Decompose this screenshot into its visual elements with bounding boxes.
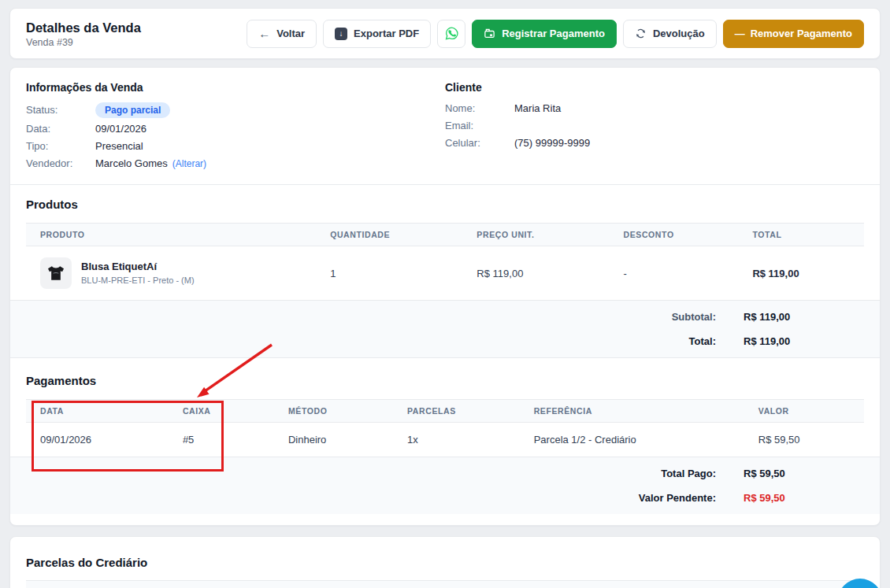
customer-name-row: Nome: Maria Rita (445, 102, 864, 115)
subtotal-value: R$ 119,00 (744, 311, 856, 323)
arrow-left-icon: ← (258, 28, 270, 39)
subtotal-label: Subtotal: (672, 311, 716, 323)
payment-installments: 1x (393, 423, 520, 457)
product-thumbnail (40, 257, 72, 289)
total-value: R$ 119,00 (744, 335, 856, 347)
sale-number: Venda #39 (26, 37, 141, 48)
product-total: R$ 119,00 (738, 246, 864, 301)
total-row: Total: R$ 119,00 (10, 329, 880, 353)
product-row: Blusa EtiquetAí BLU-M-PRE-ETI - Preto - … (26, 246, 864, 301)
customer-name-value: Maria Rita (514, 102, 561, 115)
export-pdf-label: Exportar PDF (354, 28, 419, 39)
product-discount: - (610, 246, 739, 301)
date-value: 09/01/2026 (95, 123, 146, 135)
payment-reference: Parcela 1/2 - Crediário (520, 423, 744, 457)
refund-button[interactable]: Devolução (623, 20, 717, 48)
date-row: Data: 09/01/2026 (26, 123, 445, 135)
customer-email-row: Email: (445, 120, 864, 132)
col-produto: Produto (26, 224, 316, 246)
whatsapp-icon (444, 26, 459, 41)
col-preco-unit: Preço unit. (462, 224, 609, 246)
products-table: Produto Quantidade Preço unit. Desconto … (26, 223, 864, 300)
back-label: Voltar (276, 28, 305, 39)
customer-name-label: Nome: (445, 102, 514, 115)
total-paid-label: Total Pago: (661, 468, 716, 479)
product-cell: Blusa EtiquetAí BLU-M-PRE-ETI - Preto - … (40, 257, 302, 289)
seller-row: Vendedor: Marcelo Gomes (Alterar) (26, 157, 445, 170)
type-row: Tipo: Presencial (26, 140, 445, 153)
total-paid-row: Total Pago: R$ 59,50 (10, 461, 880, 486)
pending-label: Valor Pendente: (639, 492, 716, 504)
register-payment-button[interactable]: Registrar Pagamento (472, 20, 617, 48)
status-row: Status: Pago parcial (26, 102, 445, 118)
refresh-icon (635, 28, 647, 39)
sale-details-card: Informações da Venda Status: Pago parcia… (9, 67, 881, 526)
col-total: Total (738, 224, 864, 246)
payments-summary: Total Pago: R$ 59,50 Valor Pendente: R$ … (10, 457, 880, 514)
products-title: Produtos (26, 198, 864, 211)
info-grid: Informações da Venda Status: Pago parcia… (10, 68, 880, 184)
type-value: Presencial (95, 140, 143, 153)
installments-title: Parcelas do Crediário (26, 556, 864, 569)
pending-value: R$ 59,50 (744, 492, 856, 504)
col-desconto: Desconto (610, 224, 739, 246)
date-label: Data: (26, 123, 95, 135)
download-arrow-glyph: ↓ (339, 29, 343, 38)
remove-payment-button[interactable]: — Remover Pagamento (723, 20, 864, 48)
back-button[interactable]: ← Voltar (247, 20, 317, 48)
total-label: Total: (689, 335, 716, 347)
payment-date: 09/01/2026 (26, 423, 169, 457)
change-seller-link[interactable]: (Alterar) (172, 157, 206, 170)
payment-register: #5 (169, 423, 274, 457)
col-quantidade: Quantidade (316, 224, 462, 246)
product-sku: BLU-M-PRE-ETI - Preto - (M) (81, 275, 195, 286)
cash-register-icon (484, 28, 495, 39)
payments-table: Data Caixa Método Parcelas Referência Va… (26, 399, 864, 457)
subtotal-row: Subtotal: R$ 119,00 (10, 305, 880, 329)
customer-phone-row: Celular: (75) 99999-9999 (445, 137, 864, 150)
payment-method: Dinheiro (274, 423, 393, 457)
payments-table-header: Data Caixa Método Parcelas Referência Va… (26, 400, 864, 423)
col-caixa: Caixa (169, 400, 274, 423)
col-valor: Valor (744, 400, 864, 423)
payment-row: 09/01/2026 #5 Dinheiro 1x Parcela 1/2 - … (26, 423, 864, 457)
sale-info-title: Informações da Venda (26, 81, 445, 94)
page-title: Detalhes da Venda (26, 20, 141, 35)
status-label: Status: (26, 104, 95, 116)
payments-section: Pagamentos Data Caixa Método Parcelas Re… (10, 358, 880, 457)
products-section: Produtos Produto Quantidade Preço unit. … (10, 185, 880, 300)
col-referencia: Referência (520, 400, 744, 423)
register-payment-label: Registrar Pagamento (502, 28, 605, 39)
customer-phone-label: Celular: (445, 137, 514, 150)
refund-label: Devolução (653, 28, 705, 39)
pending-row: Valor Pendente: R$ 59,50 (10, 486, 880, 510)
remove-payment-label: Remover Pagamento (751, 28, 852, 39)
download-icon: ↓ (335, 28, 347, 40)
status-badge: Pago parcial (95, 102, 170, 118)
payments-title: Pagamentos (26, 374, 864, 387)
total-paid-value: R$ 59,50 (744, 468, 856, 479)
installments-card: Parcelas do Crediário (9, 536, 881, 588)
col-parcelas: Parcelas (393, 400, 520, 423)
payment-amount: R$ 59,50 (744, 423, 864, 457)
seller-label: Vendedor: (26, 157, 95, 170)
type-label: Tipo: (26, 140, 95, 153)
customer-phone-value: (75) 99999-9999 (514, 137, 590, 150)
col-metodo: Método (274, 400, 393, 423)
product-qty: 1 (316, 246, 462, 301)
sale-info-section: Informações da Venda Status: Pago parcia… (26, 81, 445, 175)
tshirt-icon (45, 262, 67, 284)
whatsapp-button[interactable] (437, 20, 465, 48)
col-data: Data (26, 400, 169, 423)
page-title-block: Detalhes da Venda Venda #39 (26, 20, 141, 48)
toolbar: ← Voltar ↓ Exportar PDF Registrar Pagame… (247, 20, 864, 48)
customer-email-label: Email: (445, 120, 514, 132)
products-table-header: Produto Quantidade Preço unit. Desconto … (26, 224, 864, 246)
export-pdf-button[interactable]: ↓ Exportar PDF (323, 20, 431, 48)
installments-table-header (26, 580, 864, 588)
seller-value: Marcelo Gomes (95, 157, 168, 170)
product-name: Blusa EtiquetAí (81, 261, 195, 273)
product-unit-price: R$ 119,00 (462, 246, 609, 301)
page-header: Detalhes da Venda Venda #39 ← Voltar ↓ E… (9, 8, 881, 59)
customer-title: Cliente (445, 81, 864, 94)
